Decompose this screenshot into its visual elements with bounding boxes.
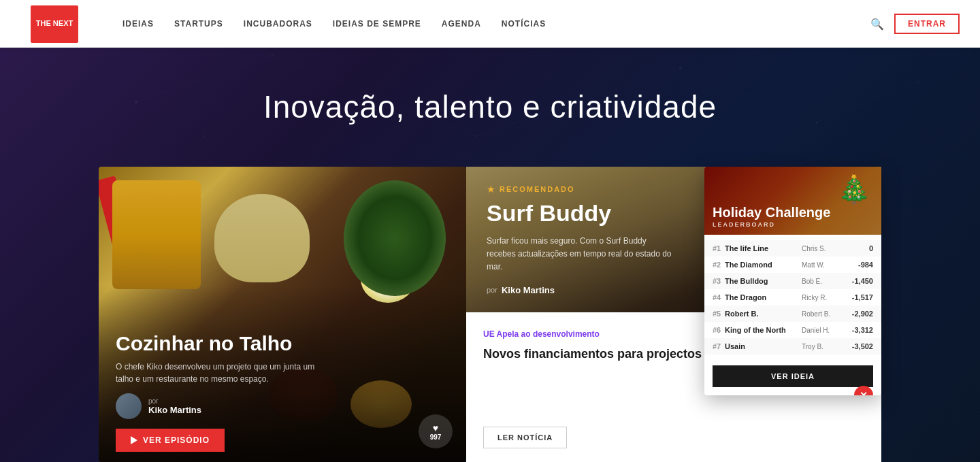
- lb-rank: #2: [713, 261, 725, 269]
- svg-line-12: [817, 82, 919, 122]
- play-icon: [131, 436, 137, 444]
- lb-project: The Diamond: [725, 261, 802, 269]
- likes-badge: ♥ 997: [419, 414, 453, 448]
- food-salad: [344, 180, 446, 296]
- leaderboard-list: #1 The life Line Chris S. 0 #2 The Diamo…: [704, 235, 881, 360]
- lb-score: -3,312: [846, 326, 873, 334]
- author-name: Kiko Martins: [148, 405, 201, 415]
- lb-project: The Dragon: [725, 293, 802, 301]
- lb-rank: #3: [713, 277, 725, 285]
- nav-ideias[interactable]: IDEIAS: [122, 19, 154, 29]
- leaderboard-row: #5 Robert B. Robert B. -2,902: [704, 306, 881, 322]
- author-avatar: [116, 393, 142, 419]
- lb-rank: #7: [713, 342, 725, 350]
- lb-score: -1,517: [846, 293, 873, 301]
- likes-count: 997: [430, 433, 442, 441]
- leaderboard-row: #7 Usain Troy B. -3,502: [704, 338, 881, 354]
- food-fries: [112, 180, 201, 289]
- lb-project: Usain: [725, 342, 802, 350]
- author-row: por Kiko Martins: [116, 393, 449, 419]
- left-card-desc: O chefe Kiko desenvolveu um projeto que …: [116, 361, 333, 385]
- logo-text: THE NEXT: [36, 19, 73, 28]
- holiday-sub-label: LEADERBOARD: [713, 221, 873, 228]
- left-card: Cozinhar no Talho O chefe Kiko desenvolv…: [99, 167, 466, 462]
- lb-rank: #6: [713, 326, 725, 334]
- svg-line-13: [136, 102, 204, 136]
- leaderboard-row: #1 The life Line Chris S. 0: [704, 240, 881, 257]
- leaderboard-row: #6 King of the North Daniel H. -3,312: [704, 322, 881, 338]
- lb-project: The life Line: [725, 244, 802, 252]
- ver-btn-label: VER EPISÓDIO: [143, 435, 210, 445]
- lb-score: -3,502: [846, 342, 873, 350]
- entrar-button[interactable]: ENTRAR: [894, 14, 960, 34]
- leaderboard-row: #2 The Diamond Matt W. -984: [704, 257, 881, 273]
- author-info: por Kiko Martins: [148, 397, 201, 415]
- hero-title: Inovação, talento e criatividade: [263, 88, 717, 125]
- lb-author: Robert B.: [802, 310, 846, 318]
- lb-rank: #1: [713, 244, 725, 252]
- por-label: por: [148, 397, 201, 405]
- nav-startups[interactable]: STARTUPS: [174, 19, 223, 29]
- lb-project: Robert B.: [725, 310, 802, 318]
- lb-author: Chris S.: [802, 245, 846, 252]
- left-card-content: Cozinhar no Talho O chefe Kiko desenvolv…: [99, 318, 466, 462]
- lb-score: -2,902: [846, 310, 873, 318]
- lb-score: -1,450: [846, 277, 873, 285]
- lb-author: Ricky R.: [802, 294, 846, 301]
- leaderboard-row: #3 The Bulldog Bob E. -1,450: [704, 273, 881, 289]
- lb-rank: #5: [713, 310, 725, 318]
- holiday-panel: 🎄 Holiday Challenge LEADERBOARD #1 The l…: [704, 167, 881, 395]
- logo-area: THE NEXT: [0, 0, 109, 48]
- logo[interactable]: THE NEXT: [31, 5, 78, 43]
- lb-author: Troy B.: [802, 343, 846, 350]
- lb-score: 0: [846, 244, 873, 252]
- nav-noticias[interactable]: NOTÍCIAS: [502, 19, 546, 29]
- nav-right: 🔍 ENTRAR: [870, 14, 980, 34]
- nav-incubadoras[interactable]: INCUBADORAS: [244, 19, 312, 29]
- lb-project: King of the North: [725, 326, 802, 334]
- nav-links: IDEIAS STARTUPS INCUBADORAS IDEIAS DE SE…: [109, 19, 870, 29]
- nav-ideias-sempre[interactable]: IDEIAS DE SEMPRE: [333, 19, 421, 29]
- food-rice: [214, 194, 310, 282]
- search-icon[interactable]: 🔍: [870, 18, 884, 31]
- star-icon: ★: [487, 184, 495, 195]
- holiday-header-content: Holiday Challenge LEADERBOARD: [704, 198, 881, 235]
- lb-author: Matt W.: [802, 261, 846, 269]
- surf-author-name: Kiko Martins: [502, 285, 555, 295]
- lb-author: Bob E.: [802, 278, 846, 285]
- holiday-header: 🎄 Holiday Challenge LEADERBOARD: [704, 167, 881, 235]
- svg-line-8: [136, 54, 272, 102]
- lb-author: Daniel H.: [802, 327, 846, 334]
- nav-agenda[interactable]: AGENDA: [442, 19, 481, 29]
- ver-ideia-button[interactable]: VER IDEIA: [713, 365, 873, 387]
- ver-episodio-button[interactable]: VER EPISÓDIO: [116, 429, 225, 452]
- leaderboard-row: #4 The Dragon Ricky R. -1,517: [704, 289, 881, 306]
- recomendado-text: RECOMENDADO: [500, 185, 575, 193]
- left-card-title: Cozinhar no Talho: [116, 332, 449, 355]
- ler-noticia-button[interactable]: LER NOTÍCIA: [483, 427, 567, 448]
- lb-score: -984: [846, 261, 873, 269]
- navbar: THE NEXT IDEIAS STARTUPS INCUBADORAS IDE…: [0, 0, 980, 48]
- heart-icon: ♥: [433, 423, 438, 433]
- close-panel-button[interactable]: ✕: [854, 386, 873, 395]
- lb-project: The Bulldog: [725, 277, 802, 285]
- surf-por-label: por: [487, 286, 497, 294]
- holiday-title: Holiday Challenge: [713, 205, 873, 220]
- lb-rank: #4: [713, 293, 725, 301]
- surf-card-desc: Surfar ficou mais seguro. Com o Surf Bud…: [487, 235, 677, 274]
